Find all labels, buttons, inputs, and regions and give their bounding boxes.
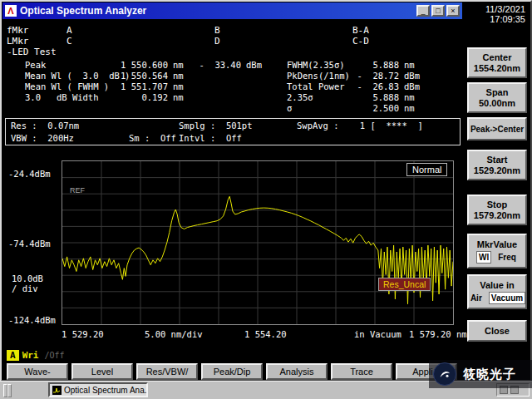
trace-mode-label: Wri bbox=[22, 350, 39, 361]
test-label: -LED Test bbox=[7, 47, 57, 57]
result-label: Peak bbox=[25, 60, 46, 70]
marker-value-title: MkrValue bbox=[477, 239, 517, 250]
lmkr-d: D bbox=[214, 36, 220, 47]
result-unit: nm bbox=[404, 103, 415, 113]
lmkr-label: LMkr bbox=[7, 36, 29, 47]
result-unit: nm bbox=[173, 60, 184, 70]
peak-to-center-button[interactable]: Peak->Center bbox=[467, 117, 527, 140]
start-button-value: 1529.20nm bbox=[474, 165, 520, 176]
fmkr-b: B bbox=[214, 25, 220, 36]
span-button-value: 50.00nm bbox=[479, 98, 515, 109]
value-in-vacuum-option[interactable]: Vacuum bbox=[489, 292, 525, 304]
ref-label: REF bbox=[70, 186, 85, 195]
settings-bar: Res : 0.07nm Smplg : 501pt SwpAvg : 1 [ … bbox=[5, 118, 461, 145]
menu-peakdip-button[interactable]: Peak/Dip bbox=[201, 363, 263, 380]
window-title: Optical Spectrum Analyzer bbox=[20, 5, 146, 17]
peak-to-center-label: Peak->Center bbox=[470, 124, 524, 135]
datetime-panel: 11/3/2021 17:09:35 bbox=[466, 4, 529, 24]
y-axis-top-label: -24.4dBm bbox=[8, 169, 51, 179]
result-unit: dBm bbox=[404, 71, 420, 81]
center-button-label: Center bbox=[483, 52, 512, 63]
stop-button-value: 1579.20nm bbox=[474, 210, 520, 221]
marker-value-freq-option[interactable]: Freq bbox=[496, 252, 518, 263]
x-axis-start-label: 1 529.20 bbox=[62, 329, 104, 339]
trace-a-badge: A bbox=[7, 350, 19, 361]
watermark: 筱晓光子 bbox=[429, 360, 532, 388]
start-button[interactable]: Start 1529.20nm bbox=[467, 150, 527, 180]
stop-button[interactable]: Stop 1579.20nm bbox=[467, 195, 527, 225]
result-unit: nm bbox=[404, 92, 415, 102]
x-axis-stop-label: 1 579.20 nm bbox=[409, 329, 467, 339]
result-label: Mean Wl ( FWHM ) bbox=[25, 81, 109, 91]
result-value: - 26.83 bbox=[352, 81, 399, 91]
menu-wave-button[interactable]: Wave- bbox=[7, 363, 68, 380]
trace-status: A Wri /Off bbox=[7, 350, 65, 361]
result-value: 1 550.600 bbox=[115, 60, 168, 70]
y-axis-bottom-label: -124.4dBm bbox=[8, 315, 56, 325]
watermark-text: 筱晓光子 bbox=[463, 367, 516, 382]
x-axis-medium-label: in Vacuum bbox=[354, 329, 401, 339]
result-unit: nm bbox=[173, 81, 184, 91]
span-button-label: Span bbox=[486, 87, 509, 98]
y-axis-mid-label: -74.4dBm bbox=[8, 239, 51, 249]
result-value: - 28.72 bbox=[352, 71, 399, 81]
result-label: σ bbox=[287, 103, 292, 113]
lmkr-c: C bbox=[66, 36, 72, 47]
value-in-title: Value in bbox=[480, 280, 515, 291]
result-value: 0.192 bbox=[115, 92, 168, 102]
taskbar-app-button[interactable]: Optical Spectrum Ana... bbox=[48, 382, 148, 397]
center-button-value: 1554.20nm bbox=[474, 63, 520, 74]
result-label: FWHM(2.35σ) bbox=[287, 60, 345, 70]
res-setting: Res : 0.07nm bbox=[11, 121, 79, 131]
fmkr-ba: B-A bbox=[352, 25, 369, 36]
value-in-button[interactable]: Value in Air Vacuum bbox=[467, 274, 527, 309]
value-in-air-option[interactable]: Air bbox=[469, 293, 484, 303]
plot-area bbox=[62, 160, 454, 325]
result-value: 5.888 bbox=[352, 92, 399, 102]
maximize-button[interactable]: □ bbox=[431, 5, 445, 17]
result-value2: - 33.40 bbox=[193, 60, 241, 70]
date-label: 11/3/2021 bbox=[466, 4, 525, 14]
result-value: 1 550.564 bbox=[115, 71, 168, 81]
menu-analysis-button[interactable]: Analysis bbox=[266, 363, 328, 380]
fmkr-label: fMkr bbox=[7, 25, 29, 36]
close-window-button[interactable]: × bbox=[446, 5, 460, 17]
menu-trace-button[interactable]: Trace bbox=[331, 363, 392, 380]
title-bar: Λ Optical Spectrum Analyzer _ □ × bbox=[2, 2, 462, 19]
sm-setting: Sm : Off bbox=[129, 133, 176, 143]
stop-button-label: Stop bbox=[487, 200, 507, 210]
result-unit: dBm bbox=[404, 81, 420, 91]
result-label: PkDens(/1nm) bbox=[287, 71, 350, 81]
marker-value-button[interactable]: MkrValue Wl Freq bbox=[467, 234, 527, 268]
intvl-setting: Intvl : Off bbox=[179, 133, 242, 143]
result-value: 2.500 bbox=[352, 103, 399, 113]
result-value: 5.888 bbox=[352, 60, 399, 70]
result-unit: nm bbox=[404, 60, 415, 70]
time-label: 17:09:35 bbox=[466, 14, 525, 24]
close-panel-button[interactable]: Close bbox=[467, 320, 527, 342]
app-logo-icon: Λ bbox=[5, 5, 17, 17]
taskbar-grip[interactable] bbox=[7, 384, 12, 397]
taskbar-app-label: Optical Spectrum Ana... bbox=[64, 386, 148, 395]
minimize-button[interactable]: _ bbox=[416, 5, 430, 17]
start-button-label: Start bbox=[486, 155, 507, 165]
result-value: 1 551.707 bbox=[115, 81, 168, 91]
menu-level-button[interactable]: Level bbox=[71, 363, 133, 380]
result-unit: nm bbox=[173, 92, 184, 102]
menu-resvbw-button[interactable]: Res/VBW/ bbox=[136, 363, 198, 380]
smplg-setting: Smplg : 501pt bbox=[179, 121, 253, 131]
result-label: 3.0 dB Width bbox=[25, 92, 99, 102]
x-axis-perdiv-label: 5.00 nm/div bbox=[145, 329, 203, 339]
marker-value-wl-option[interactable]: Wl bbox=[476, 251, 491, 264]
center-button[interactable]: Center 1554.20nm bbox=[467, 47, 527, 78]
app-task-icon bbox=[52, 386, 62, 395]
trace-extra-label: /Off bbox=[45, 351, 65, 360]
spectrum-chart: -24.4dBm -74.4dBm 10.0dB / div -124.4dBm… bbox=[5, 152, 461, 350]
result-unit: nm bbox=[173, 71, 184, 81]
res-uncal-badge: Res_Uncal bbox=[378, 278, 431, 291]
swpavg-setting: SwpAvg : 1 [ **** ] bbox=[297, 121, 423, 131]
spectrum-svg bbox=[62, 161, 453, 324]
result-label: Total Power bbox=[287, 81, 345, 91]
span-button[interactable]: Span 50.00nm bbox=[467, 82, 527, 113]
desktop-screen: Λ Optical Spectrum Analyzer _ □ × 11/3/2… bbox=[0, 0, 532, 399]
